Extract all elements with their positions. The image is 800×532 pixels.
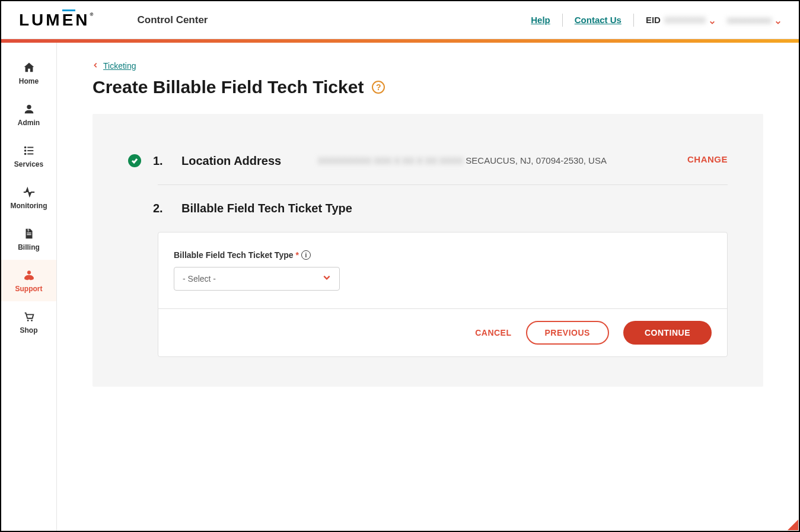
support-icon [22,268,36,282]
step-number: 1. [153,154,170,168]
user-value: xxxxxxxxxx [727,15,772,25]
divider [562,14,563,27]
form-panel: 1. Location Address XXXXXXXXX XXX X XX X… [93,114,763,387]
registered-icon: ® [90,12,96,17]
check-circle-icon [128,154,141,167]
logo-n: N [75,11,90,29]
continue-button[interactable]: CONTINUE [623,321,712,345]
svg-rect-8 [27,234,31,235]
header-right: Help Contact Us EID XXXXXXX xxxxxxxxxx [531,14,781,27]
sidebar: Home Admin Services Monitoring $ Billing [1,43,57,531]
svg-point-3 [24,149,26,152]
required-star-icon: * [296,250,299,260]
sidebar-item-label: Home [19,77,39,85]
eid-label: EID [646,15,661,25]
svg-text:$: $ [27,228,29,232]
select-placeholder: - Select - [183,274,216,283]
page-title-row: Create Billable Field Tech Ticket ? [93,77,763,97]
contact-us-link[interactable]: Contact Us [575,15,621,25]
eid-dropdown[interactable]: EID XXXXXXX [646,15,715,25]
svg-point-10 [27,320,28,321]
divider [158,184,728,185]
activity-icon [22,185,36,199]
ticket-type-select[interactable]: - Select - [174,267,340,291]
sidebar-item-label: Admin [18,119,40,127]
field-label: Billable Field Tech Ticket Type * i [174,250,712,260]
breadcrumb-link-ticketing[interactable]: Ticketing [103,61,136,71]
chevron-left-icon [93,60,98,71]
sidebar-item-billing[interactable]: $ Billing [1,218,56,260]
eid-value: XXXXXXX [664,15,706,25]
previous-button[interactable]: PREVIOUS [526,321,609,345]
user-dropdown[interactable]: xxxxxxxxxx [727,15,781,25]
sidebar-item-label: Shop [20,326,38,335]
step-1-row: 1. Location Address XXXXXXXXX XXX X XX X… [128,144,728,179]
svg-rect-2 [27,147,33,148]
page-title: Create Billable Field Tech Ticket [93,77,364,97]
svg-point-11 [31,320,33,321]
corner-triangle-icon [788,520,798,530]
sidebar-item-support[interactable]: Support [1,260,56,301]
logo-e: E [62,11,76,30]
info-icon[interactable]: i [301,250,311,260]
help-icon[interactable]: ? [372,81,385,94]
svg-rect-4 [27,150,33,151]
logo: LUMEN® [19,11,95,30]
step-2-row: 2. Billable Field Tech Ticket Type [128,191,728,232]
svg-point-1 [24,146,26,149]
list-icon [22,144,36,158]
svg-point-5 [24,153,26,155]
user-icon [22,102,36,116]
logo-text: LUM [19,11,62,29]
change-button[interactable]: CHANGE [687,154,728,164]
app-title: Control Center [137,14,208,26]
sidebar-item-label: Monitoring [11,202,47,210]
main-layout: Home Admin Services Monitoring $ Billing [1,43,799,531]
svg-rect-6 [27,154,33,155]
sidebar-item-label: Services [14,160,43,168]
sidebar-item-monitoring[interactable]: Monitoring [1,177,56,218]
svg-rect-7 [27,232,31,233]
sidebar-item-home[interactable]: Home [1,52,56,94]
svg-point-0 [27,105,31,109]
chevron-down-icon [323,273,331,284]
form-card-body: Billable Field Tech Ticket Type * i - Se… [158,232,727,308]
step-title: Billable Field Tech Ticket Type [181,202,352,215]
chevron-down-icon [709,17,715,23]
chevron-down-icon [775,17,781,23]
form-card-footer: CANCEL PREVIOUS CONTINUE [158,308,727,356]
sidebar-item-services[interactable]: Services [1,135,56,177]
step-title: Location Address [181,154,306,168]
home-icon [22,60,36,75]
form-card: Billable Field Tech Ticket Type * i - Se… [158,232,728,357]
address-hidden: XXXXXXXXX XXX X XX X XX XXXX [318,155,463,165]
breadcrumb: Ticketing [93,60,763,71]
invoice-icon: $ [22,227,36,241]
cart-icon [22,310,36,324]
sidebar-item-label: Billing [18,243,40,251]
sidebar-item-admin[interactable]: Admin [1,94,56,135]
header: LUMEN® Control Center Help Contact Us EI… [1,1,799,39]
help-link[interactable]: Help [531,15,550,25]
content: Ticketing Create Billable Field Tech Tic… [57,43,799,531]
step-value: XXXXXXXXX XXX X XX X XX XXXX SECAUCUS, N… [318,154,675,168]
sidebar-item-shop[interactable]: Shop [1,301,56,343]
divider [633,14,634,27]
cancel-button[interactable]: CANCEL [475,328,511,337]
sidebar-item-label: Support [15,285,43,293]
field-label-text: Billable Field Tech Ticket Type [174,250,294,260]
step-number: 2. [153,202,170,215]
address-visible: SECAUCUS, NJ, 07094-2530, USA [463,155,607,165]
